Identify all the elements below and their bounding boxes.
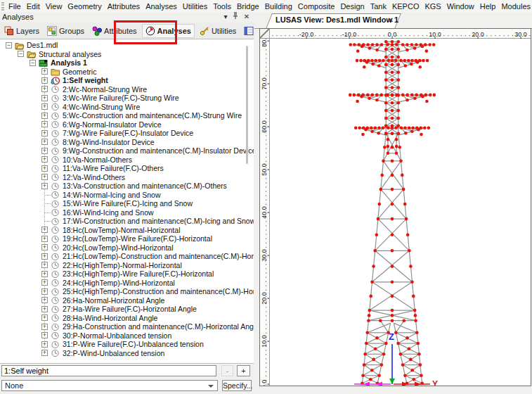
menu-composite[interactable]: Composite [295,1,338,11]
tree-item[interactable]: +8:Wg-Wind-Insulator Device [0,138,254,147]
menu-building[interactable]: Building [262,1,295,11]
tree-item[interactable]: +20:Hc(LowTemp)-Wind-Horizontal [0,243,254,253]
menu-edit[interactable]: Edit [24,1,43,11]
expand-box[interactable]: + [41,183,48,189]
expand-box[interactable]: + [41,262,48,268]
tree-item[interactable]: +27:Ha-Wire Failure(F.C)-Horizontal Angl… [0,305,254,314]
tree-item[interactable]: +23:Hc(HighTemp)-Wire Failure(F.C)-Horiz… [0,269,254,279]
tree-item[interactable]: +1:Self weight [0,76,254,85]
specify-button[interactable]: Specify... [222,380,252,391]
menu-analyses[interactable]: Analyses [143,1,180,11]
tab-layers[interactable]: Layers [1,25,42,37]
menu-tank[interactable]: Tank [368,1,389,11]
expand-box[interactable]: + [41,227,48,233]
menu-geometry[interactable]: Geometry [65,1,104,11]
expand-box[interactable]: + [41,95,48,101]
expand-box[interactable]: + [41,121,48,127]
tree-item[interactable]: +28:Ha-Wind-Horizontal Angle [0,314,254,323]
tree-item[interactable]: +9:Wg-Construction and maintenance(C.M)-… [0,146,254,155]
menu-file[interactable]: File [6,1,24,11]
close-icon[interactable]: ✕ [387,16,395,24]
tree-item[interactable]: 17:Wi-Construction and maintenance(C.M)-… [0,217,254,226]
expand-box[interactable]: + [41,139,48,145]
collapse-box[interactable]: − [6,42,12,49]
expand-box[interactable]: + [41,236,48,242]
tree-scrollbar[interactable] [246,46,248,164]
menu-help[interactable]: Help [477,1,499,11]
expand-box[interactable]: + [41,148,48,154]
chevron-down-icon[interactable]: ▾ [221,12,231,22]
tree-item[interactable]: +31:P-Wire Failure(F.C)-Unbalanced tensi… [0,340,254,349]
expand-box[interactable]: + [41,306,48,312]
tree-item[interactable]: +25:Hc(HighTemp)-Construction and mainte… [0,287,254,296]
expand-box[interactable]: + [41,324,48,330]
menu-view[interactable]: View [43,1,65,11]
expand-box[interactable]: + [41,244,48,250]
tree-item[interactable]: +11:Va-Wire Failure(F.C)-Others [0,164,254,173]
tree-item[interactable]: −Analysis 1 [0,58,254,68]
tree-item[interactable]: +21:Hc(LowTemp)-Construction and mainten… [0,252,254,261]
menu-utilities[interactable]: Utilities [180,1,210,11]
tree-item[interactable]: +32:P-Wind-Unbalanced tension [0,349,254,358]
expand-box[interactable]: + [41,332,48,338]
menu-attributes[interactable]: Attributes [105,1,143,11]
tab-utilities[interactable]: Utilities [197,25,239,37]
expand-box[interactable]: + [41,253,48,260]
tab-groups[interactable]: Groups [44,25,87,37]
expand-box[interactable]: + [41,130,48,136]
expand-box[interactable]: + [41,271,48,277]
tower-model-canvas[interactable]: ZY [270,39,531,386]
expand-box[interactable]: + [41,174,48,180]
results-file-combo[interactable]: None [1,380,218,391]
expand-box[interactable]: + [41,288,48,295]
tree-item[interactable]: +13:Va-Construction and maintenance(C.M)… [0,182,254,191]
menu-bridge[interactable]: Bridge [234,1,262,11]
expand-box[interactable]: + [41,341,48,348]
expand-box[interactable]: + [41,314,48,321]
tree-item[interactable]: +12:Va-Wind-Others [0,173,254,182]
expand-box[interactable]: + [41,86,48,92]
tree-item[interactable]: +7:Wg-Wire Failure(F.C)-Insulator Device [0,129,254,138]
tree-item[interactable]: +6:Wg-Normal-Insulator Device [0,120,254,129]
tab-attributes[interactable]: Attributes [89,25,139,37]
tree-item[interactable]: +5:Wc-Construction and maintenance(C.M)-… [0,111,254,120]
loadcase-name-input[interactable] [1,365,216,376]
tree-item[interactable]: +19:Hc(LowTemp)-Wire Failure(F.C)-Horizo… [0,234,254,243]
menu-design[interactable]: Design [337,1,367,11]
tree-item[interactable]: −Structural analyses [0,50,254,59]
tree-item[interactable]: +22:Hc(HighTemp)-Normal-Horizontal [0,261,254,270]
tree-item[interactable]: +2:Wc-Normal-Strung Wire [0,85,254,94]
tree-item[interactable]: +26:Ha-Normal-Horizontal Angle [0,296,254,305]
pin-icon[interactable] [231,12,240,22]
collapse-box[interactable]: − [30,60,36,66]
tree-item[interactable]: +10:Va-Normal-Others [0,155,254,165]
expand-box[interactable]: + [41,297,48,303]
expand-box[interactable]: + [41,113,48,119]
tree-item[interactable]: +Geometric [0,68,254,77]
tree-item[interactable]: +29:Ha-Construction and maintenance(C.M)… [0,322,254,331]
menu-kgs[interactable]: KGS [422,1,443,11]
collapse-box[interactable]: − [18,51,24,57]
tree-item[interactable]: +18:Hc(LowTemp)-Normal-Horizontal [0,226,254,235]
menu-modules[interactable]: Modules [498,1,532,11]
menu-tools[interactable]: Tools [210,1,234,11]
decrement-button[interactable]: - [221,365,233,376]
menu-window[interactable]: Window [444,1,477,11]
expand-box[interactable]: + [41,68,48,75]
expand-box[interactable]: + [41,165,48,172]
tree-item[interactable]: 14:Wi-Normal-Icing and Snow [0,191,254,200]
increment-button[interactable]: + [237,365,250,376]
expand-box[interactable]: + [41,156,48,163]
close-icon[interactable]: ✕ [242,12,252,22]
tree-item[interactable]: −Des1.mdl [0,41,254,50]
expand-box[interactable]: + [41,279,48,286]
expand-box[interactable]: + [41,77,48,84]
view-tab[interactable]: LUSAS View: Des1.mdl Window 1 ✕ [266,13,394,28]
expand-box[interactable]: + [41,350,48,356]
menu-kepco[interactable]: KEPCO [389,1,422,11]
tree-item[interactable]: +24:Hc(HighTemp)-Wind-Horizontal [0,279,254,288]
tree-item[interactable]: 15:Wi-Wire Failure(F.C)-Icing and Snow [0,199,254,208]
tree-item[interactable]: +4:Wc-Wind-Strung Wire [0,103,254,112]
expand-box[interactable]: + [41,103,48,110]
tree-item[interactable]: +3:Wc-Wire Failure(F.C)-Strung Wire [0,94,254,103]
